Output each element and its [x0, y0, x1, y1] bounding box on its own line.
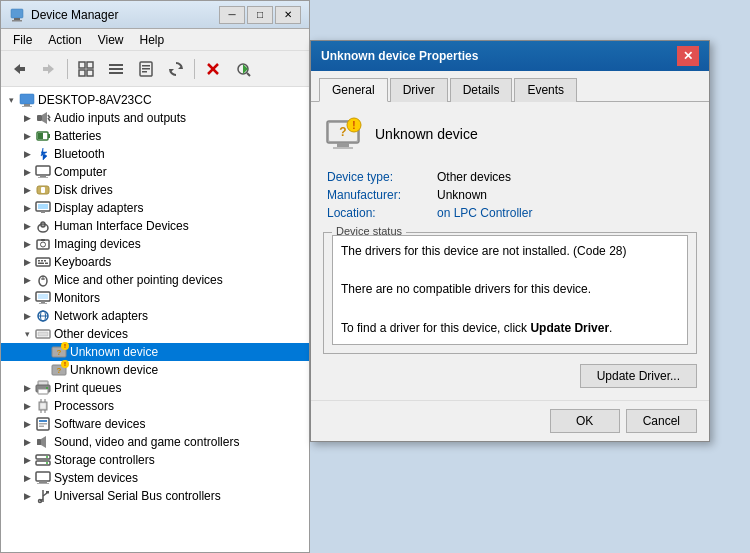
svg-rect-13 — [109, 72, 123, 74]
menu-action[interactable]: Action — [40, 31, 89, 49]
system-toggle[interactable]: ▶ — [19, 470, 35, 486]
bluetooth-toggle[interactable]: ▶ — [19, 146, 35, 162]
tree-computer[interactable]: ▶ Computer — [1, 163, 309, 181]
svg-rect-27 — [22, 106, 32, 107]
svg-rect-60 — [41, 301, 45, 303]
keyboard-icon — [35, 254, 51, 270]
software-toggle[interactable]: ▶ — [19, 416, 35, 432]
tree-audio[interactable]: ▶ Audio inputs and outputs — [1, 109, 309, 127]
disk-toggle[interactable]: ▶ — [19, 182, 35, 198]
tree-other-devices[interactable]: ▾ Other devices — [1, 325, 309, 343]
tree-display[interactable]: ▶ Display adapters — [1, 199, 309, 217]
unknown1-icon: ? ! — [51, 344, 67, 360]
tree-disk[interactable]: ▶ Disk drives — [1, 181, 309, 199]
tree-imaging[interactable]: ▶ Imaging devices — [1, 235, 309, 253]
close-button[interactable]: ✕ — [275, 6, 301, 24]
tab-details[interactable]: Details — [450, 78, 513, 102]
tree-hid[interactable]: ▶ Human Interface Devices — [1, 217, 309, 235]
remove-button[interactable] — [199, 55, 227, 83]
ok-button[interactable]: OK — [550, 409, 620, 433]
location-label: Location: — [327, 206, 437, 220]
svg-rect-59 — [38, 294, 48, 299]
tree-sound[interactable]: ▶ Sound, video and game controllers — [1, 433, 309, 451]
monitors-toggle[interactable]: ▶ — [19, 290, 35, 306]
svg-rect-26 — [24, 104, 30, 106]
print-toggle[interactable]: ▶ — [19, 380, 35, 396]
imaging-icon — [35, 236, 51, 252]
menu-help[interactable]: Help — [132, 31, 173, 49]
display-toggle[interactable]: ▶ — [19, 200, 35, 216]
tree-root[interactable]: ▾ DESKTOP-8AV23CC — [1, 91, 309, 109]
manufacturer-value: Unknown — [437, 188, 487, 202]
properties-button[interactable] — [132, 55, 160, 83]
usb-toggle[interactable]: ▶ — [19, 488, 35, 504]
tab-events[interactable]: Events — [514, 78, 577, 102]
menu-view[interactable]: View — [90, 31, 132, 49]
cancel-button[interactable]: Cancel — [626, 409, 697, 433]
back-button[interactable] — [5, 55, 33, 83]
tree-storage[interactable]: ▶ Storage controllers — [1, 451, 309, 469]
update-driver-button[interactable]: Update Driver... — [580, 364, 697, 388]
imaging-toggle[interactable]: ▶ — [19, 236, 35, 252]
software-label: Software devices — [54, 417, 145, 431]
scan-button[interactable] — [229, 55, 257, 83]
root-toggle[interactable]: ▾ — [3, 92, 19, 108]
tree-bluetooth[interactable]: ▶ Bluetooth — [1, 145, 309, 163]
tree-system[interactable]: ▶ System devices — [1, 469, 309, 487]
svg-rect-10 — [87, 70, 93, 76]
svg-rect-42 — [41, 211, 45, 213]
svg-line-24 — [247, 73, 250, 76]
hid-icon — [35, 218, 51, 234]
network-toggle[interactable]: ▶ — [19, 308, 35, 324]
tree-processors[interactable]: ▶ Processors — [1, 397, 309, 415]
svg-rect-36 — [40, 175, 46, 177]
tree-network[interactable]: ▶ Network adapters — [1, 307, 309, 325]
usb-icon — [35, 488, 51, 504]
network-icon — [35, 308, 51, 324]
tree-unknown-1[interactable]: ▶ ? ! Unknown device — [1, 343, 309, 361]
minimize-button[interactable]: ─ — [219, 6, 245, 24]
dialog-footer: OK Cancel — [311, 400, 709, 441]
svg-marker-3 — [14, 64, 20, 74]
menu-file[interactable]: File — [5, 31, 40, 49]
sound-toggle[interactable]: ▶ — [19, 434, 35, 450]
svg-rect-91 — [36, 472, 50, 481]
forward-button[interactable] — [35, 55, 63, 83]
tree-unknown-2[interactable]: ▶ ? ! Unknown device — [1, 361, 309, 379]
mice-icon — [35, 272, 51, 288]
toolbar — [1, 51, 309, 87]
tab-driver[interactable]: Driver — [390, 78, 448, 102]
svg-rect-92 — [39, 481, 47, 483]
svg-rect-53 — [38, 263, 44, 265]
batteries-toggle[interactable]: ▶ — [19, 128, 35, 144]
processors-toggle[interactable]: ▶ — [19, 398, 35, 414]
tree-keyboards[interactable]: ▶ Keyboards — [1, 253, 309, 271]
other-toggle[interactable]: ▾ — [19, 326, 35, 342]
view1-button[interactable] — [72, 55, 100, 83]
tree-monitors[interactable]: ▶ Monitors — [1, 289, 309, 307]
tree-software[interactable]: ▶ Software devices — [1, 415, 309, 433]
svg-marker-5 — [48, 64, 54, 74]
properties-dialog: Unknown device Properties ✕ General Driv… — [310, 40, 710, 442]
svg-rect-46 — [37, 240, 49, 249]
device-tree: ▾ DESKTOP-8AV23CC ▶ Audio inputs and out… — [1, 87, 309, 552]
hid-toggle[interactable]: ▶ — [19, 218, 35, 234]
storage-toggle[interactable]: ▶ — [19, 452, 35, 468]
maximize-button[interactable]: □ — [247, 6, 273, 24]
tab-general[interactable]: General — [319, 78, 388, 102]
toolbar-separator-1 — [67, 59, 68, 79]
tree-usb[interactable]: ▶ Universal Serial Bus controllers — [1, 487, 309, 505]
svg-rect-102 — [333, 147, 353, 149]
svg-text:?: ? — [57, 366, 62, 375]
computer-toggle[interactable]: ▶ — [19, 164, 35, 180]
keyboards-toggle[interactable]: ▶ — [19, 254, 35, 270]
svg-rect-15 — [142, 65, 150, 67]
refresh-button[interactable] — [162, 55, 190, 83]
tree-print[interactable]: ▶ Print queues — [1, 379, 309, 397]
dialog-close-button[interactable]: ✕ — [677, 46, 699, 66]
tree-batteries[interactable]: ▶ Batteries — [1, 127, 309, 145]
audio-toggle[interactable]: ▶ — [19, 110, 35, 126]
view2-button[interactable] — [102, 55, 130, 83]
mice-toggle[interactable]: ▶ — [19, 272, 35, 288]
tree-mice[interactable]: ▶ Mice and other pointing devices — [1, 271, 309, 289]
